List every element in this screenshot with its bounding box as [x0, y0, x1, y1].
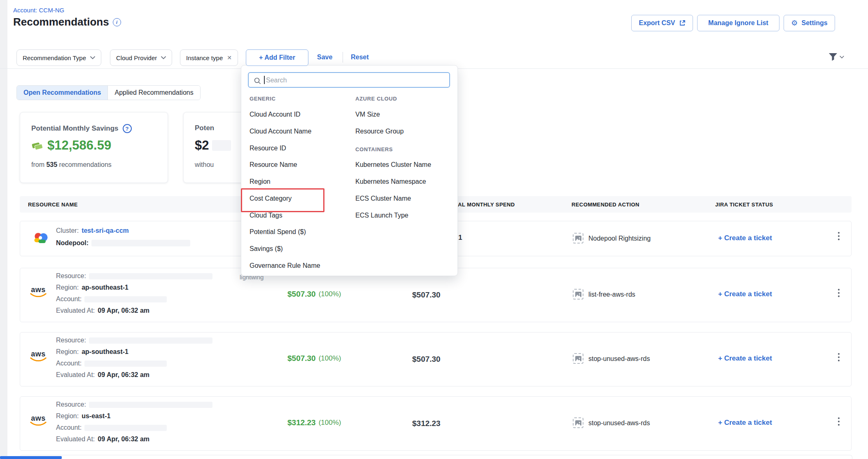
chip-label: Instance type: [186, 54, 223, 61]
resource-label: Resource:: [56, 401, 86, 408]
savings-card-title: Potential Monthly Savings: [31, 124, 119, 133]
redacted-value: [89, 402, 212, 408]
chip-label: Cloud Provider: [116, 54, 157, 61]
recommendation-image-placeholder-icon: [573, 353, 583, 364]
filter-option-resource-id[interactable]: Resource ID: [250, 145, 286, 152]
filter-section-azure-cloud: AZURE CLOUD: [355, 96, 397, 102]
column-monthly-spend[interactable]: AL MONTHLY SPEND: [458, 201, 515, 208]
filter-chip-recommendation-type[interactable]: Recommendation Type: [16, 49, 101, 66]
evaluated-at-value: 09 Apr, 06:32 am: [98, 307, 149, 314]
filter-option-ecs-launch-type[interactable]: ECS Launch Type: [355, 212, 408, 219]
filter-option-resource-name[interactable]: Resource Name: [250, 161, 297, 169]
chevron-down-icon: [161, 56, 166, 59]
page-title: Recommendations: [13, 16, 109, 28]
column-recommended-action[interactable]: RECOMMENDED ACTION: [572, 201, 639, 208]
filter-option-kubernetes-namespace[interactable]: Kubernetes Namespace: [355, 178, 426, 185]
monthly-spend-fragment: 1: [458, 234, 462, 242]
savings-percent: (100%): [319, 354, 341, 363]
row-menu-kebab[interactable]: [836, 416, 841, 427]
recommendation-image-placeholder-icon: [573, 233, 583, 244]
filter-option-cloud-account-name[interactable]: Cloud Account Name: [250, 128, 311, 135]
account-label: Account:: [56, 360, 82, 367]
filter-search-box: [248, 72, 450, 88]
resource-label: Resource:: [56, 337, 86, 344]
manage-ignore-list-button[interactable]: Manage Ignore List: [697, 15, 779, 31]
recommended-action-label: Nodepool Rightsizing: [588, 235, 651, 242]
filter-option-region[interactable]: Region: [250, 178, 271, 185]
settings-button[interactable]: ⚙ Settings: [784, 15, 835, 31]
redacted-value: [84, 425, 167, 431]
text-cursor: [264, 76, 265, 84]
row-menu-kebab[interactable]: [836, 287, 841, 299]
remove-chip-icon[interactable]: ✕: [227, 54, 232, 61]
filter-chip-instance-type[interactable]: Instance type ✕: [180, 49, 238, 66]
page-title-row: Recommendations i: [13, 16, 121, 28]
table-row[interactable]: aws Resource: Region: ap-southeast-1 Acc…: [20, 332, 852, 386]
evaluated-at-label: Evaluated At:: [56, 436, 95, 443]
monthly-spend-value: $507.30: [412, 290, 441, 300]
chevron-down-icon: [840, 56, 844, 59]
tab-applied-recommendations[interactable]: Applied Recommendations: [107, 86, 200, 100]
recommendation-image-placeholder-icon: [573, 289, 583, 300]
monthly-savings-value: $312.23: [287, 418, 316, 427]
reset-filter-button[interactable]: Reset: [351, 54, 369, 61]
filter-option-vm-size[interactable]: VM Size: [355, 111, 380, 118]
create-ticket-link[interactable]: + Create a ticket: [718, 354, 772, 363]
tab-open-recommendations[interactable]: Open Recommendations: [17, 86, 107, 100]
nodepool-label: Nodepool:: [56, 239, 89, 247]
monthly-savings-value: $507.30: [287, 290, 316, 299]
create-ticket-link[interactable]: + Create a ticket: [718, 234, 772, 242]
add-filter-button[interactable]: + Add Filter: [246, 49, 308, 66]
account-label: Account:: [56, 295, 82, 303]
create-ticket-link[interactable]: + Create a ticket: [718, 290, 772, 298]
settings-label: Settings: [802, 19, 828, 27]
aws-logo-icon: aws: [29, 415, 47, 426]
divider: [343, 52, 343, 63]
scrollbar-fragment[interactable]: [0, 456, 62, 459]
table-row[interactable]: aws Resource: Region: us-east-1 Account:…: [20, 396, 852, 451]
filter-option-kubernetes-cluster-name[interactable]: Kubernetes Cluster Name: [355, 161, 431, 169]
filter-option-cloud-tags[interactable]: Cloud Tags: [250, 212, 282, 219]
monthly-spend-value: $507.30: [412, 355, 441, 364]
breadcrumb[interactable]: Account: CCM-NG: [13, 7, 64, 14]
cost-category-highlight-box: [241, 188, 324, 212]
recommended-action-label: list-free-aws-rds: [588, 291, 635, 298]
filter-section-generic: GENERIC: [250, 96, 275, 102]
account-label: Account:: [56, 424, 82, 431]
region-value: us-east-1: [82, 412, 110, 420]
recommended-action-label: stop-unused-aws-rds: [588, 419, 650, 427]
column-jira-ticket-status[interactable]: JIRA TICKET STATUS: [715, 201, 773, 208]
save-filter-button[interactable]: Save: [317, 54, 332, 61]
redacted-value: [89, 337, 212, 344]
filter-funnel-button[interactable]: [828, 53, 844, 61]
redacted-value: [91, 240, 190, 246]
info-icon[interactable]: i: [113, 18, 121, 26]
filter-option-resource-group[interactable]: Resource Group: [355, 128, 404, 135]
export-csv-label: Export CSV: [639, 19, 675, 27]
external-link-icon: [679, 20, 686, 26]
aws-logo-icon: aws: [29, 351, 47, 362]
aws-logo-icon: aws: [29, 286, 47, 297]
funnel-icon: [828, 53, 838, 61]
redacted-value: [84, 296, 167, 302]
savings-percent: (100%): [319, 419, 341, 427]
help-icon[interactable]: ?: [123, 124, 132, 133]
row-menu-kebab[interactable]: [836, 351, 841, 363]
filter-option-ecs-cluster-name[interactable]: ECS Cluster Name: [355, 195, 411, 202]
column-resource-name[interactable]: RESOURCE NAME: [28, 201, 78, 208]
filter-option-governance-rule-name[interactable]: Governance Rule Name: [250, 262, 320, 269]
create-ticket-link[interactable]: + Create a ticket: [718, 419, 772, 427]
export-csv-button[interactable]: Export CSV: [631, 15, 693, 31]
cluster-link[interactable]: test-sri-qa-ccm: [82, 227, 129, 234]
filter-option-potential-spend[interactable]: Potential Spend ($): [250, 228, 306, 236]
row-menu-kebab[interactable]: [836, 230, 841, 242]
filter-search-input[interactable]: [265, 73, 448, 87]
redacted-value: [84, 361, 167, 367]
gear-icon: ⚙: [791, 19, 798, 28]
filter-option-cloud-account-id[interactable]: Cloud Account ID: [250, 111, 301, 118]
filter-option-savings[interactable]: Savings ($): [250, 245, 283, 253]
evaluated-at-label: Evaluated At:: [56, 307, 95, 314]
filter-chip-cloud-provider[interactable]: Cloud Provider: [110, 49, 172, 66]
cluster-label: Cluster:: [56, 227, 79, 234]
recommendations-tabs: Open Recommendations Applied Recommendat…: [16, 85, 201, 100]
